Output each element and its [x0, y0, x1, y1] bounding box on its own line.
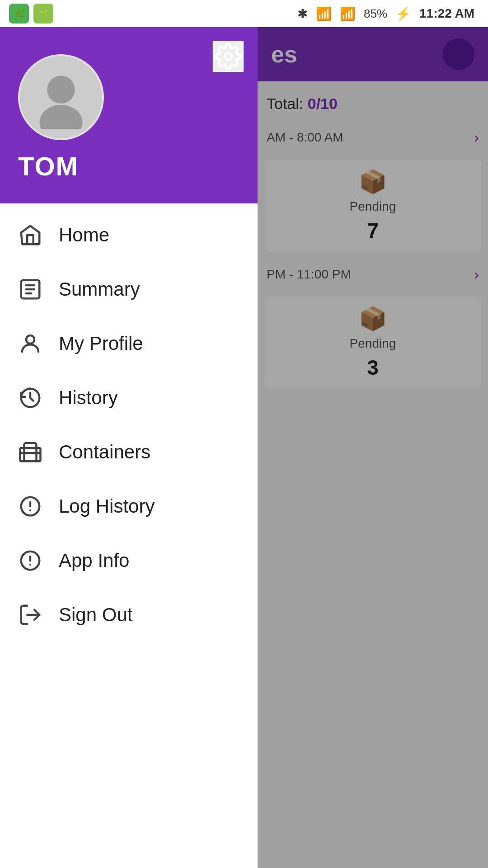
sidebar-item-label-containers: Containers	[59, 441, 150, 463]
sidebar-item-containers[interactable]: Containers	[0, 425, 258, 479]
sidebar-item-label-history: History	[59, 387, 118, 409]
sidebar-item-app-info[interactable]: App Info	[0, 533, 258, 588]
svg-point-0	[225, 53, 232, 60]
log-history-icon	[18, 494, 42, 519]
charging-icon: ⚡	[395, 6, 411, 21]
sidebar-item-label-my-profile: My Profile	[59, 333, 143, 354]
sidebar-item-sign-out[interactable]: Sign Out	[0, 588, 258, 642]
settings-button[interactable]	[212, 41, 244, 72]
wifi-icon: 📶	[316, 6, 332, 21]
app-info-icon	[18, 548, 42, 573]
svg-point-2	[39, 104, 82, 128]
clock: 11:22 AM	[419, 6, 474, 21]
bluetooth-icon: ✱	[297, 6, 308, 21]
avatar-image	[29, 66, 93, 129]
svg-point-7	[26, 335, 34, 344]
sign-out-icon	[18, 603, 42, 627]
home-icon	[18, 223, 42, 247]
sidebar-item-summary[interactable]: Summary	[0, 262, 258, 316]
app-icon-2: 🌱	[33, 4, 53, 24]
history-icon	[18, 386, 42, 410]
user-name: TOM	[18, 151, 79, 181]
sidebar-item-label-app-info: App Info	[59, 550, 129, 571]
sidebar-item-label-summary: Summary	[59, 278, 140, 300]
sidebar-item-label-sign-out: Sign Out	[59, 604, 132, 626]
summary-icon	[18, 277, 42, 302]
svg-point-1	[47, 75, 75, 104]
sidebar-item-home[interactable]: Home	[0, 208, 258, 262]
app-icons: 🌿 🌱	[9, 4, 53, 24]
nav-list: Home Summary My Profile History	[0, 203, 258, 868]
nav-drawer: TOM Home Summary My Profile	[0, 27, 258, 868]
sidebar-item-label-log-history: Log History	[59, 495, 155, 517]
signal-icon: 📶	[340, 6, 356, 21]
status-bar: 🌿 🌱 ✱ 📶 📶 85% ⚡ 11:22 AM	[0, 0, 488, 27]
drawer-header: TOM	[0, 27, 258, 203]
person-icon	[18, 331, 42, 356]
avatar	[18, 54, 104, 140]
sidebar-item-my-profile[interactable]: My Profile	[0, 316, 258, 371]
containers-icon	[18, 440, 42, 464]
drawer-overlay[interactable]	[258, 27, 488, 868]
sidebar-item-log-history[interactable]: Log History	[0, 479, 258, 533]
battery-indicator: 85%	[364, 7, 387, 21]
settings-icon	[215, 43, 242, 70]
sidebar-item-label-home: Home	[59, 224, 109, 246]
status-indicators: ✱ 📶 📶 85% ⚡ 11:22 AM	[297, 6, 474, 21]
sidebar-item-history[interactable]: History	[0, 371, 258, 425]
app-icon-1: 🌿	[9, 4, 29, 24]
